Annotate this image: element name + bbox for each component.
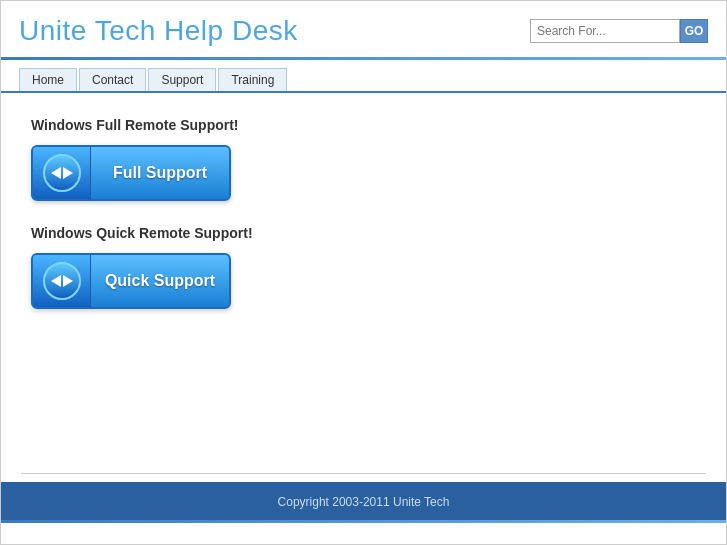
nav-item-contact[interactable]: Contact — [79, 68, 146, 91]
full-support-button[interactable]: Full Support — [31, 145, 231, 201]
nav-item-home[interactable]: Home — [19, 68, 77, 91]
nav: Home Contact Support Training — [1, 60, 726, 93]
main-content: Windows Full Remote Support! Full Suppor… — [1, 93, 726, 473]
full-support-label: Full Support — [91, 164, 229, 182]
nav-item-training[interactable]: Training — [218, 68, 287, 91]
footer: Copyright 2003-2011 Unite Tech — [1, 482, 726, 520]
arrows-icon-2 — [48, 274, 76, 288]
full-support-icon-area — [33, 147, 91, 199]
arrow-left-icon-2 — [51, 275, 61, 287]
quick-support-section: Windows Quick Remote Support! Quick Supp… — [31, 225, 696, 309]
arrow-right-icon-2 — [63, 275, 73, 287]
quick-support-title: Windows Quick Remote Support! — [31, 225, 696, 241]
full-support-title: Windows Full Remote Support! — [31, 117, 696, 133]
quick-support-label: Quick Support — [91, 272, 229, 290]
bottom-border — [1, 520, 726, 523]
footer-divider — [21, 473, 706, 474]
site-title: Unite Tech Help Desk — [19, 15, 298, 47]
teamviewer-icon — [43, 154, 81, 192]
quick-support-icon-area — [33, 255, 91, 307]
search-input[interactable] — [530, 19, 680, 43]
arrow-right-icon — [63, 167, 73, 179]
full-support-section: Windows Full Remote Support! Full Suppor… — [31, 117, 696, 201]
search-area: GO — [530, 19, 708, 43]
arrow-left-icon — [51, 167, 61, 179]
search-button[interactable]: GO — [680, 19, 708, 43]
arrows-icon — [48, 166, 76, 180]
quick-support-button[interactable]: Quick Support — [31, 253, 231, 309]
footer-copyright: Copyright 2003-2011 Unite Tech — [278, 495, 450, 509]
header: Unite Tech Help Desk GO — [1, 1, 726, 57]
teamviewer-icon-2 — [43, 262, 81, 300]
nav-item-support[interactable]: Support — [148, 68, 216, 91]
